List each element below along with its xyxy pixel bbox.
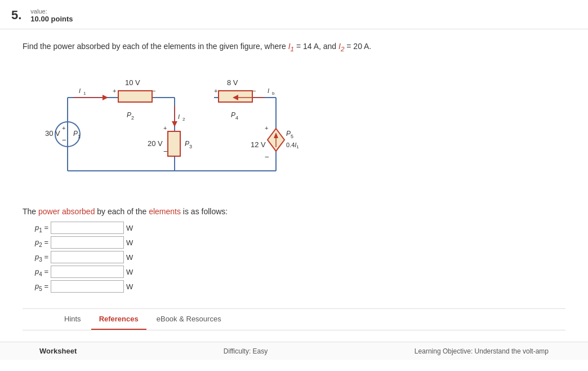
svg-text:−: −	[62, 136, 66, 144]
p4-input[interactable]	[51, 266, 124, 278]
footer-bar: Worksheet Difficulty: Easy Learning Obje…	[0, 342, 588, 360]
svg-text:P: P	[127, 111, 131, 119]
p3-input[interactable]	[51, 251, 124, 263]
points-value: 10.00 points	[30, 15, 73, 23]
svg-text:+: +	[265, 125, 268, 131]
objective-label: Learning Objective: Understand the volt-…	[415, 347, 549, 355]
svg-marker-45	[103, 95, 108, 100]
svg-text:+: +	[214, 87, 217, 94]
p5-label: p5 =	[23, 282, 51, 292]
svg-text:P: P	[231, 111, 235, 119]
answer-row-p1: p1 = W	[23, 222, 565, 234]
svg-text:1: 1	[83, 91, 86, 96]
svg-text:b: b	[272, 91, 275, 96]
tabs-bar: Hints References eBook & Resources	[23, 309, 565, 330]
question-text: Find the power absorbed by each of the e…	[23, 41, 565, 54]
tab-hints[interactable]: Hints	[56, 309, 89, 330]
answer-section: The power absorbed by each of the elemen…	[23, 207, 565, 293]
circuit-diagram: + − 30 V P 1 + − 10 V P 2 + −	[39, 64, 565, 193]
answer-row-p3: p3 = W	[23, 251, 565, 263]
p2-label: p2 =	[23, 238, 51, 248]
p1-input[interactable]	[51, 222, 124, 234]
p5-input[interactable]	[51, 280, 124, 293]
svg-text:10 V: 10 V	[125, 78, 140, 87]
tab-references[interactable]: References	[91, 309, 146, 330]
difficulty-label: Difficulty: Easy	[224, 347, 268, 355]
svg-text:5: 5	[291, 134, 293, 139]
svg-text:I: I	[178, 113, 180, 120]
p3-unit: W	[126, 253, 133, 262]
answer-row-p4: p4 = W	[23, 266, 565, 278]
tabs-section: Hints References eBook & Resources	[23, 308, 565, 330]
worksheet-label: Worksheet	[39, 347, 77, 355]
p3-label: p3 =	[23, 253, 51, 263]
p4-unit: W	[126, 268, 133, 276]
svg-text:3: 3	[189, 144, 192, 149]
svg-text:−: −	[265, 153, 269, 161]
svg-text:0.4I1: 0.4I1	[286, 142, 299, 149]
svg-text:2: 2	[131, 115, 134, 121]
svg-text:4: 4	[235, 115, 238, 121]
svg-text:1: 1	[78, 134, 81, 139]
svg-text:P: P	[286, 130, 291, 138]
svg-text:I: I	[268, 87, 269, 94]
svg-rect-27	[168, 131, 180, 156]
svg-text:20 V: 20 V	[148, 139, 163, 148]
tab-ebook[interactable]: eBook & Resources	[149, 309, 229, 330]
question-number: 5.	[11, 8, 21, 23]
p1-unit: W	[126, 224, 133, 232]
svg-text:30 V: 30 V	[45, 129, 60, 138]
svg-text:+: +	[62, 125, 65, 131]
answer-row-p2: p2 = W	[23, 236, 565, 249]
p5-unit: W	[126, 282, 133, 291]
svg-text:−: −	[163, 147, 168, 156]
answer-intro: The power absorbed by each of the elemen…	[23, 207, 565, 216]
svg-text:2: 2	[182, 117, 185, 122]
svg-text:8 V: 8 V	[227, 78, 238, 87]
p2-input[interactable]	[51, 236, 124, 249]
svg-text:P: P	[73, 130, 78, 138]
svg-text:P: P	[185, 140, 189, 148]
svg-marker-32	[172, 121, 177, 127]
p2-unit: W	[126, 238, 133, 247]
svg-text:+: +	[113, 87, 116, 94]
svg-rect-15	[118, 91, 152, 102]
p1-label: p1 =	[23, 223, 51, 233]
value-label: value:	[30, 8, 73, 15]
svg-text:12 V: 12 V	[251, 140, 266, 149]
svg-text:I: I	[79, 87, 81, 94]
answer-row-p5: p5 = W	[23, 280, 565, 293]
svg-text:+: +	[163, 125, 167, 131]
p4-label: p4 =	[23, 267, 51, 277]
